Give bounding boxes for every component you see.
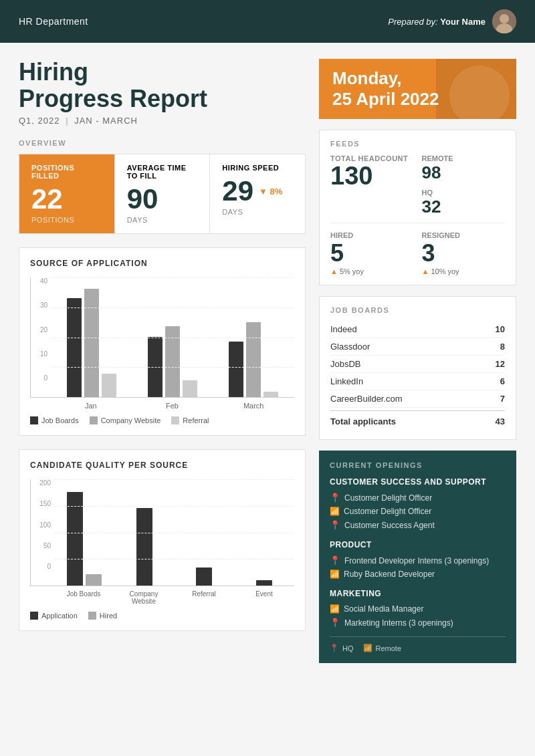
hiring-speed-value: 29 <box>222 177 253 205</box>
cq-bar-group-referral <box>175 568 235 586</box>
positions-filled-card: POSITIONS FILLED 22 POSITIONS <box>19 154 115 233</box>
cq-bar-jb-hired <box>86 574 102 586</box>
report-heading: Hiring Progress Report <box>19 59 306 112</box>
cq-legend-dot-hired <box>88 612 96 620</box>
cq-y-50: 50 <box>31 542 51 549</box>
x-label-jan: Jan <box>50 402 132 410</box>
opening-item-cdo2: 📶 Customer Delight Officer <box>330 505 506 518</box>
total-headcount-item: TOTAL HEADCOUNT 130 <box>330 154 414 217</box>
hired-value: 5 <box>330 239 414 267</box>
feeds-label: FEEDS <box>330 140 505 148</box>
jb-row-linkedin: LinkedIn 6 <box>330 373 505 390</box>
cq-bar-group-jobboards <box>54 492 114 586</box>
cq-bar-group-companyweb <box>114 508 175 586</box>
jb-val-careerbuilder: 7 <box>500 394 505 404</box>
opening-item-csa: 📍 Customer Success Agent <box>330 518 506 532</box>
cq-y-200: 200 <box>31 479 51 487</box>
legend-wifi-icon: 📶 <box>363 644 372 652</box>
cq-legend: Application Hired <box>30 612 294 620</box>
headcount-value: 130 <box>330 162 414 191</box>
jb-row-glassdoor: Glassdoor 8 <box>330 338 505 356</box>
jb-row-indeed: Indeed 10 <box>330 321 505 338</box>
jb-name-indeed: Indeed <box>330 324 357 334</box>
opening-item-cdo1: 📍 Customer Delight Officer <box>330 491 506 505</box>
resigned-label: RESIGNED <box>422 231 506 239</box>
jb-total-value: 43 <box>496 416 505 426</box>
y-label-30: 30 <box>31 301 47 309</box>
bar-feb-companyweb <box>165 326 180 397</box>
opening-item-smm: 📶 Social Media Manager <box>330 602 506 616</box>
cq-y-100: 100 <box>31 521 51 529</box>
opening-item-mi: 📍 Marketing Interns (3 openings) <box>330 616 506 630</box>
opening-category-marketing: MARKETING <box>330 589 506 598</box>
hiring-speed-badge: ▼ 8% <box>259 186 282 197</box>
legend-companyweb: Company Website <box>90 416 161 424</box>
y-label-40: 40 <box>31 277 47 285</box>
resigned-trend-icon: ▲ <box>422 267 429 275</box>
jb-row-careerbuilder: CareerBuilder.com 7 <box>330 390 505 408</box>
avg-time-label: AVERAGE TIME TO FILL <box>127 164 198 180</box>
legend-label-referral: Referral <box>183 416 209 424</box>
jb-val-linkedin: 6 <box>500 376 505 386</box>
overview-cards: POSITIONS FILLED 22 POSITIONS AVERAGE TI… <box>19 154 306 234</box>
positions-filled-value: 22 <box>31 185 102 213</box>
main-content: Hiring Progress Report Q1, 2022 | JAN - … <box>0 43 535 679</box>
feeds-section: FEEDS TOTAL HEADCOUNT 130 REMOTE 98 HQ 3… <box>319 130 516 285</box>
hq-value: 32 <box>422 197 506 217</box>
hired-label: HIRED <box>330 231 414 239</box>
bar-march-companyweb <box>246 322 261 397</box>
bar-jan-referral <box>102 374 116 397</box>
resigned-trend-pct: 10% yoy <box>431 267 459 275</box>
jb-name-careerbuilder: CareerBuilder.com <box>330 394 403 404</box>
legend-jobboards: Job Boards <box>30 416 79 424</box>
opening-title-csa: Customer Success Agent <box>344 521 435 530</box>
wifi-icon-2: 📶 <box>330 570 340 579</box>
cq-x-ref: Referral <box>174 590 234 605</box>
opening-category-css: Customer Success and Support <box>330 477 506 487</box>
wifi-icon-3: 📶 <box>330 604 340 614</box>
hired-item: HIRED 5 ▲ 5% yoy <box>330 231 414 275</box>
job-boards-section: JOB BOARDS Indeed 10 Glassdoor 8 JobsDB … <box>319 296 516 440</box>
legend-dot-referral <box>171 416 179 424</box>
legend-label-jobboards: Job Boards <box>41 416 79 424</box>
jb-name-jobsdb: JobsDB <box>330 359 361 369</box>
pin-icon-3: 📍 <box>330 555 340 565</box>
remote-value: 98 <box>422 162 506 183</box>
cq-x-ev: Event <box>234 590 294 605</box>
job-boards-list: Indeed 10 Glassdoor 8 JobsDB 12 LinkedIn… <box>330 321 505 430</box>
avg-time-value: 90 <box>127 185 198 213</box>
date-line1: Monday, <box>332 68 439 89</box>
source-of-application: SOURCE OF APPLICATION 40 30 20 10 0 <box>19 247 306 436</box>
overview-label: OVERVIEW <box>19 139 306 147</box>
source-chart-legend: Job Boards Company Website Referral <box>30 416 294 424</box>
prepared-by-label: Prepared by: Your Name <box>388 17 486 27</box>
cq-title: CANDIDATE QUALITY PER SOURCE <box>30 461 294 470</box>
jb-row-total: Total applicants 43 <box>330 410 505 430</box>
legend-hq-label: HQ <box>342 644 354 652</box>
hired-trend: ▲ 5% yoy <box>330 267 414 275</box>
cq-legend-application: Application <box>30 612 78 620</box>
header: HR Department Prepared by: Your Name <box>0 0 535 43</box>
hiring-speed-sub: DAYS <box>222 208 293 216</box>
avg-time-sub: DAYS <box>127 216 198 224</box>
hq-label: HQ <box>422 188 506 197</box>
y-label-0: 0 <box>31 374 47 382</box>
bar-feb-referral <box>183 380 197 397</box>
candidate-quality-section: CANDIDATE QUALITY PER SOURCE 200 150 100… <box>19 449 306 631</box>
bar-jan-companyweb <box>84 289 99 397</box>
prepared-by-name: Your Name <box>440 17 486 27</box>
resigned-value: 3 <box>422 239 506 267</box>
jb-name-glassdoor: Glassdoor <box>330 342 370 352</box>
pin-icon-2: 📍 <box>330 520 340 530</box>
openings-label: CURRENT OPENINGS <box>330 461 506 469</box>
jb-val-glassdoor: 8 <box>500 342 505 352</box>
jb-total-label: Total applicants <box>330 416 396 426</box>
hiring-speed-label: HIRING SPEED <box>222 164 293 172</box>
cq-bar-ev-app <box>256 580 272 586</box>
avatar <box>492 9 516 33</box>
pin-icon: 📍 <box>330 493 340 503</box>
left-column: Hiring Progress Report Q1, 2022 | JAN - … <box>19 59 306 663</box>
bar-feb-jobboards <box>148 337 163 397</box>
opening-title-cdo2: Customer Delight Officer <box>344 507 431 516</box>
cq-x-cw: CompanyWebsite <box>114 590 174 605</box>
